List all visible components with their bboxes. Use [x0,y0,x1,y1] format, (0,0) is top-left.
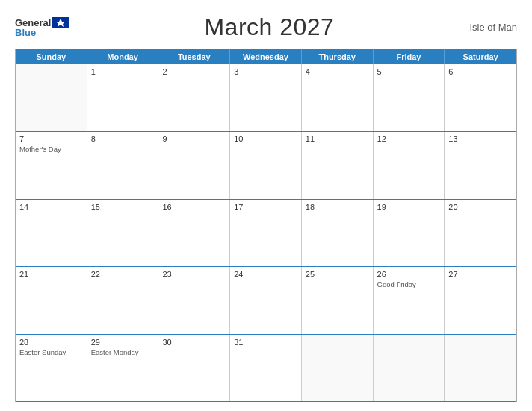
day-number: 13 [448,135,513,143]
calendar-cell: 11 [302,132,374,198]
calendar-cell [16,64,87,131]
logo-blue-text: Blue [15,28,36,37]
day-number: 5 [377,67,441,76]
calendar-cell: 10 [230,132,302,198]
calendar-header-cell: Tuesday [158,49,230,64]
calendar-cell: 8 [87,132,159,198]
calendar-cell: 5 [374,64,445,131]
calendar-cell: 16 [158,200,230,266]
calendar-event: Easter Sunday [19,348,83,356]
calendar-cell: 30 [158,335,230,401]
calendar-cell: 9 [158,132,230,198]
day-number: 19 [377,203,441,211]
day-number: 1 [91,67,155,76]
day-number: 25 [306,270,369,279]
calendar-cell: 25 [302,267,374,333]
day-number: 7 [19,135,83,143]
day-number: 9 [162,135,226,143]
day-number: 8 [91,135,155,143]
calendar-cell: 15 [87,200,159,266]
day-number: 15 [91,203,155,211]
calendar-cell: 24 [230,267,302,333]
calendar-cell: 14 [16,200,87,266]
calendar-cell: 28Easter Sunday [16,335,87,401]
calendar-event: Mother's Day [19,145,83,153]
calendar-cell: 1 [87,64,159,131]
calendar-week: 212223242526Good Friday27 [16,267,516,334]
logo-general-text: General [15,18,51,28]
day-number: 11 [306,135,369,143]
logo-flag-icon [52,17,69,28]
day-number: 21 [19,270,83,279]
calendar-header-cell: Monday [87,49,159,64]
calendar-header-cell: Saturday [445,49,516,64]
day-number: 18 [306,203,369,211]
calendar-cell [374,335,445,401]
calendar-cell: 13 [445,132,516,198]
day-number: 6 [448,67,513,76]
region-label: Isle of Man [469,22,517,33]
calendar-cell: 19 [374,200,445,266]
day-number: 2 [162,67,226,76]
calendar-event: Good Friday [377,280,441,288]
calendar-cell: 31 [230,335,302,401]
day-number: 28 [19,338,83,347]
calendar-cell: 17 [230,200,302,266]
day-number: 29 [91,338,155,347]
day-number: 24 [234,270,297,279]
logo: General Blue [15,17,69,37]
calendar-header: SundayMondayTuesdayWednesdayThursdayFrid… [16,49,516,64]
calendar-cell: 4 [302,64,374,131]
day-number: 27 [448,270,513,279]
day-number: 10 [234,135,297,143]
calendar-week: 123456 [16,64,516,132]
calendar-cell: 26Good Friday [374,267,445,333]
calendar-cell: 22 [87,267,159,333]
day-number: 22 [91,270,155,279]
calendar-grid: SundayMondayTuesdayWednesdayThursdayFrid… [15,49,517,402]
calendar-cell: 29Easter Monday [87,335,159,401]
calendar-body: 1234567Mother's Day891011121314151617181… [16,64,516,402]
day-number: 12 [377,135,441,143]
calendar-week: 28Easter Sunday29Easter Monday3031 [16,335,516,402]
calendar-cell: 12 [374,132,445,198]
calendar-cell: 21 [16,267,87,333]
calendar-cell: 6 [445,64,516,131]
day-number: 20 [448,203,513,211]
calendar-cell [445,335,516,401]
calendar-event: Easter Monday [91,348,155,356]
calendar-header-cell: Friday [374,49,445,64]
calendar-week: 14151617181920 [16,200,516,267]
calendar-cell: 7Mother's Day [16,132,87,198]
day-number: 17 [234,203,297,211]
calendar-cell: 2 [158,64,230,131]
calendar-week: 7Mother's Day8910111213 [16,132,516,199]
calendar-page: General Blue March 2027 Isle of Man Sund… [0,0,532,411]
day-number: 16 [162,203,226,211]
calendar-cell [302,335,374,401]
calendar-header-cell: Sunday [16,49,87,64]
calendar-header-cell: Thursday [302,49,374,64]
page-header: General Blue March 2027 Isle of Man [15,13,517,41]
calendar-cell: 18 [302,200,374,266]
calendar-title: March 2027 [204,13,334,41]
day-number: 23 [162,270,226,279]
calendar-cell: 27 [445,267,516,333]
day-number: 4 [306,67,369,76]
day-number: 3 [234,67,297,76]
calendar-header-cell: Wednesday [230,49,302,64]
calendar-cell: 23 [158,267,230,333]
day-number: 31 [234,338,297,347]
day-number: 30 [162,338,226,347]
calendar-cell: 3 [230,64,302,131]
day-number: 14 [19,203,83,211]
day-number: 26 [377,270,441,279]
calendar-cell: 20 [445,200,516,266]
